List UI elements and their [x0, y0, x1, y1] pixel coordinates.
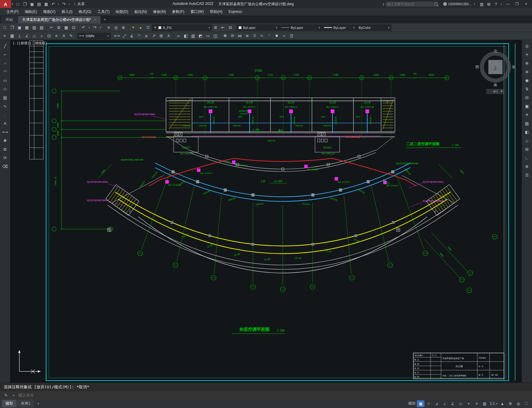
camera-tool-icon[interactable]: ▣	[523, 103, 531, 110]
sun-tool-icon[interactable]: ☀	[523, 111, 531, 118]
dimstyle-combo[interactable]: ⟷ DIMN ▾	[77, 33, 111, 39]
grid-toggle-icon[interactable]: ▦	[417, 400, 424, 407]
menu-dimension[interactable]: 标注(N)	[132, 8, 150, 15]
look-tool-icon[interactable]: ◉	[523, 77, 531, 84]
circle-tool-icon[interactable]: ○	[1, 60, 9, 67]
new-file-icon[interactable]: □	[14, 1, 22, 7]
lineweight-combo[interactable]: ByLayer ▾	[322, 25, 357, 31]
menu-help[interactable]: 帮助(H)	[207, 8, 225, 15]
save-icon[interactable]: ▣	[29, 1, 36, 7]
color-combo[interactable]: ByLayer ▾	[237, 25, 279, 31]
command-input[interactable]	[18, 393, 530, 398]
explode-icon[interactable]: ✸	[273, 33, 280, 39]
hatch-icon[interactable]: ▨	[190, 33, 197, 39]
fillet-icon[interactable]: ◜	[266, 33, 273, 39]
cart-icon[interactable]: ▥	[478, 1, 485, 7]
grid-icon[interactable]: ▦	[9, 33, 16, 39]
pan-tool-icon[interactable]: ✛	[523, 51, 531, 58]
search-input[interactable]	[387, 2, 433, 6]
open-file-icon[interactable]: ❐	[22, 1, 29, 7]
minimize-button[interactable]: —	[503, 0, 512, 8]
arc-tool-icon[interactable]: ◠	[1, 68, 9, 75]
mirror-icon[interactable]: ⋈	[236, 33, 243, 39]
command-arrow-icon[interactable]: ▸	[12, 392, 16, 398]
maximize-button[interactable]: ❐	[512, 0, 522, 8]
layer-previous-icon[interactable]: ⇤	[219, 25, 227, 31]
layer-properties-icon[interactable]: ≣	[212, 25, 219, 31]
orbit-tool-icon[interactable]: ⊛	[523, 68, 531, 75]
orbit-icon[interactable]: ⊛	[120, 25, 127, 31]
snap-toggle-icon[interactable]: ⌗	[425, 400, 432, 407]
mtext-icon[interactable]: Ａ	[165, 33, 172, 39]
new-icon[interactable]: □	[1, 25, 8, 31]
menu-parametric[interactable]: 参数(P)	[169, 8, 187, 15]
spline-tool-icon[interactable]: ∿	[1, 103, 9, 110]
isodraft-toggle-icon[interactable]: ◇	[457, 400, 464, 407]
command-history[interactable]: 选择注释对象或 [放弃(U)/模式(M)]: *取消*	[0, 382, 532, 391]
walk-tool-icon[interactable]: ⇅	[523, 85, 531, 93]
viewcube-south[interactable]: 南	[494, 83, 497, 87]
redo-icon[interactable]: ↷	[61, 1, 68, 7]
match-properties-icon[interactable]: ⌬	[70, 25, 77, 31]
titlebar-chevron-icon[interactable]: ❯	[382, 1, 385, 7]
publish-icon[interactable]: ▨	[38, 25, 45, 31]
rotate-tool-icon[interactable]: ⟳	[1, 154, 9, 161]
region-icon[interactable]: ◫	[212, 33, 219, 39]
dim-diameter-icon[interactable]: ⌀	[143, 33, 150, 39]
plot-icon[interactable]: ▦	[43, 1, 50, 7]
redo-arrow-icon[interactable]: ▾	[68, 1, 71, 7]
infer-toggle-icon[interactable]: ⊿	[433, 400, 440, 407]
viewcube-west[interactable]: 西	[475, 65, 479, 69]
properties-icon[interactable]: ☰	[288, 33, 295, 39]
osnap-icon[interactable]: ◇	[31, 33, 38, 39]
layer-on-icon[interactable]: ☀	[130, 25, 137, 31]
close-button[interactable]: ×	[522, 0, 531, 8]
save-as-icon[interactable]: ▤	[36, 1, 43, 7]
copy-icon[interactable]: ⧉	[55, 25, 62, 31]
dim-radius-icon[interactable]: ◠	[136, 33, 143, 39]
paste-icon[interactable]: ▩	[63, 25, 70, 31]
nav-wheel-icon[interactable]: ◎	[523, 42, 531, 50]
offset-icon[interactable]: ≋	[244, 33, 251, 39]
help-icon[interactable]: ?	[492, 1, 499, 7]
polar-toggle-icon[interactable]: ∠	[449, 400, 456, 407]
menu-window[interactable]: 窗口(W)	[188, 8, 207, 15]
table-icon[interactable]: ⊞	[158, 33, 165, 39]
linetype-combo[interactable]: ByLayer ▾	[279, 25, 322, 31]
workspace-switch-icon[interactable]: ⚙	[506, 400, 514, 407]
hatch-tool-icon[interactable]: ▨	[1, 94, 9, 101]
app-logo-icon[interactable]: A	[0, 0, 11, 8]
section-tool-icon[interactable]: ⊟	[523, 94, 531, 101]
undo-icon[interactable]: ↶	[50, 1, 57, 7]
snap-icon[interactable]: ⌖	[1, 33, 8, 39]
copy-tool-icon[interactable]: ⧉	[1, 146, 9, 153]
text-style-icon[interactable]: A	[60, 33, 67, 39]
undo-arrow-icon[interactable]: ▾	[57, 1, 61, 7]
app-menu-arrow-icon[interactable]: ▾	[12, 2, 13, 6]
tab-start[interactable]: 开始	[1, 16, 17, 23]
plotstyle-combo[interactable]: ByColor ▾	[357, 25, 391, 31]
menu-draw[interactable]: 绘图(D)	[113, 8, 131, 15]
viewcube-north[interactable]: 北	[494, 49, 497, 53]
isolate-objects-icon[interactable]: ◎	[514, 400, 522, 407]
account-menu[interactable]: 15059991356... ▾	[443, 1, 476, 7]
plot-preview-icon[interactable]: ▧	[31, 25, 38, 31]
undo-list-icon[interactable]: ▾	[87, 25, 91, 31]
open-icon[interactable]: ❐	[9, 25, 16, 31]
polyline-tool-icon[interactable]: ⌐	[1, 51, 9, 58]
rectangle-tool-icon[interactable]: ▭	[1, 77, 9, 84]
polar-icon[interactable]: ∠	[23, 33, 30, 39]
rotate-icon[interactable]: ⟳	[229, 33, 236, 39]
model-tab[interactable]: 模型	[2, 400, 17, 407]
dim-aligned-icon[interactable]: ⤢	[121, 33, 128, 39]
move-icon[interactable]: ✥	[222, 33, 229, 39]
save-icon[interactable]: ▣	[16, 25, 23, 31]
redo-icon[interactable]: ↷	[91, 25, 98, 31]
trim-icon[interactable]: ✁	[258, 33, 266, 39]
search-icon[interactable]	[434, 2, 437, 6]
undo-icon[interactable]: ↶	[80, 25, 87, 31]
menu-modify[interactable]: 修改(M)	[150, 8, 169, 15]
viewport-label[interactable]: [-][俯视][二维线框]	[13, 41, 47, 45]
viewcube-east[interactable]: 东	[512, 65, 515, 69]
share-button[interactable]: ⇪ 共享	[73, 2, 85, 7]
